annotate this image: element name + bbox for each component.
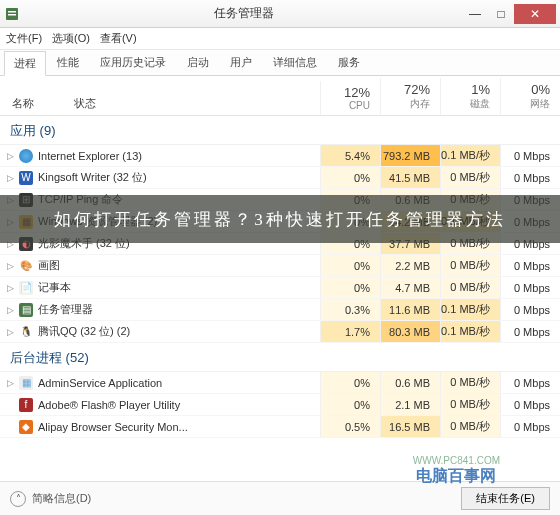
tab-services[interactable]: 服务	[328, 50, 370, 75]
cell-memory: 37.7 MB	[380, 233, 440, 254]
cell-memory: 2.2 MB	[380, 255, 440, 276]
app-row-icon: ▤	[18, 302, 34, 318]
col-memory[interactable]: 72%内存	[380, 78, 440, 115]
cell-disk: 0 MB/秒	[440, 394, 500, 415]
table-row[interactable]: ▷◐光影魔术手 (32 位)0%37.7 MB0 MB/秒0 Mbps	[0, 233, 560, 255]
cell-network: 0 Mbps	[500, 321, 560, 342]
cell-cpu: 5.4%	[320, 145, 380, 166]
close-button[interactable]: ✕	[514, 4, 556, 24]
cell-memory: 41.5 MB	[380, 167, 440, 188]
app-row-icon: ◆	[18, 419, 34, 435]
cell-disk: 0.1 MB/秒	[440, 299, 500, 320]
table-row[interactable]: ▷▦Windows 资源管理器 (2)0%54.2 MB0.1 MB/秒0 Mb…	[0, 211, 560, 233]
tab-history[interactable]: 应用历史记录	[90, 50, 176, 75]
cell-disk: 0 MB/秒	[440, 277, 500, 298]
process-name: 腾讯QQ (32 位) (2)	[38, 324, 320, 339]
app-row-icon: W	[18, 170, 34, 186]
table-row[interactable]: ▷🐧腾讯QQ (32 位) (2)1.7%80.3 MB0.1 MB/秒0 Mb…	[0, 321, 560, 343]
process-name: Internet Explorer (13)	[38, 150, 320, 162]
app-row-icon: 📄	[18, 280, 34, 296]
svg-rect-2	[8, 14, 16, 16]
cell-cpu: 0%	[320, 211, 380, 232]
cell-network: 0 Mbps	[500, 211, 560, 232]
menu-file[interactable]: 文件(F)	[6, 31, 42, 46]
process-name: 记事本	[38, 280, 320, 295]
app-row-icon: ▦	[18, 375, 34, 391]
cell-cpu: 0%	[320, 277, 380, 298]
tab-processes[interactable]: 进程	[4, 51, 46, 76]
expand-icon[interactable]: ▷	[0, 305, 14, 315]
cell-cpu: 0%	[320, 233, 380, 254]
process-name: Windows 资源管理器 (2)	[38, 214, 320, 229]
tab-startup[interactable]: 启动	[177, 50, 219, 75]
table-row[interactable]: ▷📄记事本0%4.7 MB0 MB/秒0 Mbps	[0, 277, 560, 299]
expand-icon[interactable]: ▷	[0, 151, 14, 161]
cell-network: 0 Mbps	[500, 255, 560, 276]
cell-memory: 4.7 MB	[380, 277, 440, 298]
menu-view[interactable]: 查看(V)	[100, 31, 137, 46]
fewer-details-button[interactable]: ˄ 简略信息(D)	[10, 491, 461, 507]
footer: ˄ 简略信息(D) 结束任务(E)	[0, 481, 560, 515]
col-network[interactable]: 0%网络	[500, 78, 560, 115]
table-row[interactable]: ▷🎨画图0%2.2 MB0 MB/秒0 Mbps	[0, 255, 560, 277]
cell-disk: 0.1 MB/秒	[440, 145, 500, 166]
app-row-icon: ⊞	[18, 192, 34, 208]
col-name-label[interactable]: 名称	[12, 96, 34, 111]
col-status-label[interactable]: 状态	[74, 96, 96, 111]
table-row[interactable]: ◆Alipay Browser Security Mon...0.5%16.5 …	[0, 416, 560, 438]
app-icon	[4, 6, 20, 22]
app-row-icon: 🐧	[18, 324, 34, 340]
cell-network: 0 Mbps	[500, 372, 560, 393]
cell-cpu: 1.7%	[320, 321, 380, 342]
table-row[interactable]: ▷⊞TCP/IP Ping 命令0%0.6 MB0 MB/秒0 Mbps	[0, 189, 560, 211]
cell-memory: 2.1 MB	[380, 394, 440, 415]
minimize-button[interactable]: —	[462, 4, 488, 24]
process-name: TCP/IP Ping 命令	[38, 192, 320, 207]
cell-network: 0 Mbps	[500, 167, 560, 188]
expand-icon[interactable]: ▷	[0, 239, 14, 249]
cell-memory: 16.5 MB	[380, 416, 440, 437]
chevron-up-icon: ˄	[10, 491, 26, 507]
cell-network: 0 Mbps	[500, 233, 560, 254]
expand-icon[interactable]: ▷	[0, 195, 14, 205]
expand-icon[interactable]: ▷	[0, 378, 14, 388]
tab-details[interactable]: 详细信息	[263, 50, 327, 75]
col-cpu[interactable]: 12%CPU	[320, 81, 380, 115]
cell-cpu: 0%	[320, 394, 380, 415]
expand-icon[interactable]: ▷	[0, 217, 14, 227]
cell-disk: 0.1 MB/秒	[440, 321, 500, 342]
table-row[interactable]: ▷WKingsoft Writer (32 位)0%41.5 MB0 MB/秒0…	[0, 167, 560, 189]
table-row[interactable]: ▷▦AdminService Application0%0.6 MB0 MB/秒…	[0, 372, 560, 394]
cell-cpu: 0.3%	[320, 299, 380, 320]
cell-disk: 0.1 MB/秒	[440, 211, 500, 232]
cell-network: 0 Mbps	[500, 189, 560, 210]
end-task-button[interactable]: 结束任务(E)	[461, 487, 550, 510]
col-disk[interactable]: 1%磁盘	[440, 78, 500, 115]
process-list: 应用 (9)▷Internet Explorer (13)5.4%793.2 M…	[0, 116, 560, 438]
table-row[interactable]: ▷▤任务管理器0.3%11.6 MB0.1 MB/秒0 Mbps	[0, 299, 560, 321]
maximize-button[interactable]: □	[488, 4, 514, 24]
expand-icon[interactable]: ▷	[0, 173, 14, 183]
tab-users[interactable]: 用户	[220, 50, 262, 75]
process-name: AdminService Application	[38, 377, 320, 389]
cell-memory: 80.3 MB	[380, 321, 440, 342]
cell-memory: 54.2 MB	[380, 211, 440, 232]
cell-cpu: 0%	[320, 255, 380, 276]
process-name: Kingsoft Writer (32 位)	[38, 170, 320, 185]
cell-cpu: 0%	[320, 372, 380, 393]
cell-network: 0 Mbps	[500, 145, 560, 166]
expand-icon[interactable]: ▷	[0, 261, 14, 271]
app-row-icon: ▦	[18, 214, 34, 230]
cell-cpu: 0.5%	[320, 416, 380, 437]
process-name: 画图	[38, 258, 320, 273]
app-row-icon: f	[18, 397, 34, 413]
expand-icon[interactable]: ▷	[0, 283, 14, 293]
cell-disk: 0 MB/秒	[440, 167, 500, 188]
menu-options[interactable]: 选项(O)	[52, 31, 90, 46]
table-row[interactable]: fAdobe® Flash® Player Utility0%2.1 MB0 M…	[0, 394, 560, 416]
cell-disk: 0 MB/秒	[440, 255, 500, 276]
table-row[interactable]: ▷Internet Explorer (13)5.4%793.2 MB0.1 M…	[0, 145, 560, 167]
expand-icon[interactable]: ▷	[0, 327, 14, 337]
tab-performance[interactable]: 性能	[47, 50, 89, 75]
process-name: Alipay Browser Security Mon...	[38, 421, 320, 433]
